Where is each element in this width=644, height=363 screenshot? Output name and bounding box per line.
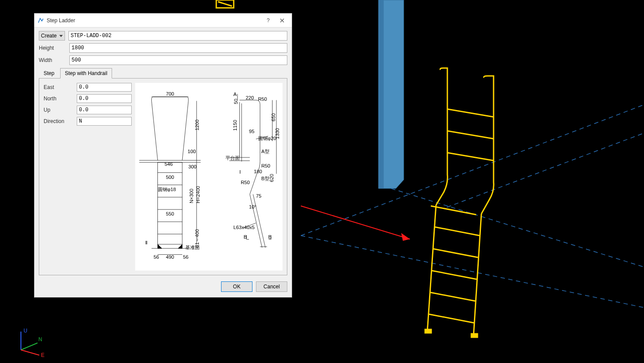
dialog-titlebar[interactable]: Step Ladder ? bbox=[34, 14, 292, 27]
up-label: Up bbox=[44, 107, 77, 113]
svg-line-7 bbox=[447, 133, 644, 207]
close-button[interactable] bbox=[275, 14, 289, 27]
svg-text:E: E bbox=[41, 352, 44, 358]
svg-text:56: 56 bbox=[153, 254, 159, 260]
chevron-down-icon bbox=[59, 33, 63, 39]
app-icon bbox=[37, 17, 44, 24]
svg-line-4 bbox=[301, 105, 644, 236]
width-input[interactable] bbox=[69, 55, 287, 65]
svg-line-16 bbox=[431, 271, 477, 279]
svg-line-88 bbox=[253, 194, 265, 247]
width-label: Width bbox=[39, 57, 69, 63]
svg-text:基准面: 基准面 bbox=[185, 245, 200, 250]
svg-text:平台面: 平台面 bbox=[225, 155, 240, 161]
svg-line-5 bbox=[301, 236, 644, 308]
svg-line-8 bbox=[447, 109, 494, 117]
svg-text:1200: 1200 bbox=[194, 120, 200, 130]
direction-input[interactable] bbox=[77, 117, 132, 126]
direction-label: Direction bbox=[44, 118, 77, 124]
svg-text:圆钢φ20: 圆钢φ20 bbox=[258, 136, 276, 141]
svg-text:50: 50 bbox=[233, 99, 239, 104]
help-button[interactable]: ? bbox=[261, 14, 275, 27]
svg-line-13 bbox=[431, 206, 476, 215]
close-icon bbox=[280, 18, 284, 23]
svg-text:700: 700 bbox=[166, 91, 174, 96]
svg-line-31 bbox=[152, 101, 158, 160]
svg-line-14 bbox=[434, 227, 480, 236]
svg-text:R50: R50 bbox=[241, 180, 250, 185]
svg-rect-20 bbox=[471, 334, 477, 337]
svg-text:546: 546 bbox=[165, 161, 173, 167]
svg-text:180: 180 bbox=[254, 169, 262, 174]
tab-step-handrail[interactable]: Step with Handrail bbox=[60, 68, 112, 79]
create-dropdown-label: Create bbox=[41, 33, 57, 39]
svg-line-10 bbox=[447, 153, 494, 161]
svg-text:620: 620 bbox=[269, 174, 274, 182]
svg-text:N: N bbox=[38, 336, 42, 342]
svg-text:B型: B型 bbox=[261, 176, 269, 181]
svg-text:A型: A型 bbox=[261, 149, 269, 154]
svg-text:Ⅱ: Ⅱ bbox=[145, 240, 147, 245]
svg-text:550: 550 bbox=[166, 211, 174, 216]
svg-text:95: 95 bbox=[249, 129, 255, 134]
svg-line-9 bbox=[447, 131, 494, 139]
svg-text:A: A bbox=[233, 92, 237, 97]
tab-panel: East North Up Direction bbox=[39, 79, 287, 275]
up-input[interactable] bbox=[77, 106, 132, 114]
svg-text:220: 220 bbox=[246, 95, 254, 100]
svg-text:100: 100 bbox=[187, 149, 196, 154]
svg-line-1 bbox=[218, 2, 232, 6]
step-ladder-dialog: Step Ladder ? Create Height Width Step bbox=[34, 13, 292, 298]
svg-line-17 bbox=[430, 292, 475, 301]
svg-line-15 bbox=[433, 249, 478, 257]
svg-line-87 bbox=[250, 194, 262, 247]
svg-text:R50: R50 bbox=[261, 163, 270, 168]
svg-text:56: 56 bbox=[183, 254, 189, 260]
tab-step[interactable]: Step bbox=[39, 68, 59, 79]
svg-line-18 bbox=[429, 314, 474, 323]
svg-line-25 bbox=[21, 350, 39, 355]
tab-strip: Step Step with Handrail bbox=[39, 68, 287, 79]
svg-text:75: 75 bbox=[256, 193, 262, 199]
ok-button[interactable]: OK bbox=[221, 281, 252, 292]
east-input[interactable] bbox=[77, 83, 132, 92]
svg-line-12 bbox=[474, 214, 481, 336]
cancel-button[interactable]: Cancel bbox=[256, 281, 287, 292]
svg-text:1150: 1150 bbox=[232, 120, 238, 131]
svg-marker-42 bbox=[158, 244, 162, 248]
ucs-axis: U N E bbox=[12, 328, 47, 359]
svg-text:Ⅰ: Ⅰ bbox=[239, 169, 241, 175]
svg-line-24 bbox=[21, 343, 37, 350]
technical-diagram: 700 bbox=[135, 83, 283, 271]
height-label: Height bbox=[39, 45, 69, 51]
height-input[interactable] bbox=[69, 43, 287, 53]
svg-marker-43 bbox=[178, 244, 182, 248]
svg-text:490: 490 bbox=[166, 254, 174, 260]
svg-text:H=2400: H=2400 bbox=[195, 186, 201, 203]
dialog-title: Step Ladder bbox=[47, 17, 261, 24]
svg-rect-3 bbox=[378, 0, 384, 188]
svg-text:U: U bbox=[24, 328, 27, 334]
svg-text:N×300: N×300 bbox=[189, 189, 194, 203]
name-input[interactable] bbox=[68, 31, 287, 41]
east-label: East bbox=[44, 84, 77, 90]
svg-text:L63x40x5: L63x40x5 bbox=[233, 225, 255, 230]
svg-rect-19 bbox=[425, 329, 431, 333]
svg-text:10°: 10° bbox=[249, 204, 256, 209]
svg-line-11 bbox=[427, 205, 436, 332]
north-input[interactable] bbox=[77, 94, 132, 103]
svg-text:650: 650 bbox=[271, 113, 276, 121]
north-label: North bbox=[44, 96, 77, 102]
svg-line-6 bbox=[391, 188, 644, 267]
svg-text:圆钢φ18: 圆钢φ18 bbox=[158, 187, 176, 192]
svg-line-21 bbox=[301, 206, 410, 239]
svg-text:300: 300 bbox=[188, 164, 197, 169]
svg-text:500: 500 bbox=[166, 175, 174, 180]
svg-marker-22 bbox=[401, 233, 410, 241]
create-dropdown[interactable]: Create bbox=[39, 31, 65, 41]
svg-text:R50: R50 bbox=[258, 96, 267, 102]
